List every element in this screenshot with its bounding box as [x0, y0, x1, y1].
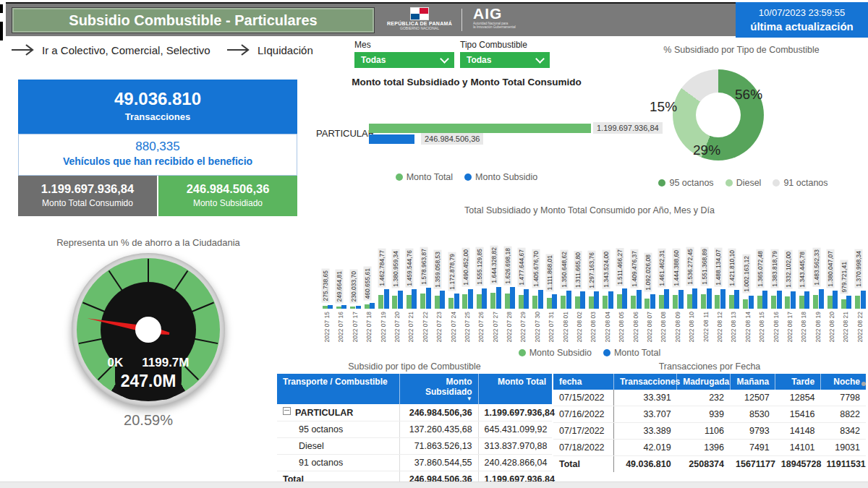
table1-row[interactable]: 91 octanos37.860.544,55240.428.866,04 — [277, 455, 552, 471]
daily-bar-column[interactable]: 1.488.134,072022 08 12 — [713, 219, 727, 347]
daily-bar-column[interactable]: 230.033,702022 07 17 — [349, 219, 362, 347]
table1-row[interactable]: Diesel71.863.526,13313.837.970,88 — [277, 438, 552, 455]
kpi-transacciones[interactable]: 49.036.810 Transacciones — [18, 80, 297, 134]
daily-bar-column[interactable]: 1.297.163,762022 08 03 — [587, 219, 600, 347]
table2-title: Transacciones por Fecha — [553, 361, 866, 372]
gauge-percent-label: 20.59% — [25, 412, 271, 429]
daily-bar-column[interactable]: 1.555.129,852022 07 26 — [475, 219, 488, 347]
daily-bar-column[interactable]: 1.350.648,622022 08 01 — [559, 219, 573, 347]
table1-row[interactable]: 95 octanos137.260.435,68645.431.099,92 — [277, 421, 552, 438]
table2-col-tarde[interactable]: Tarde — [775, 374, 821, 390]
daily-bar-column[interactable]: 1.644.328,822022 07 27 — [489, 219, 503, 347]
legend-monto-subsidio[interactable]: Monto Subsidio — [519, 348, 592, 358]
daily-bar-column[interactable]: 249.664,812022 07 16 — [334, 219, 348, 347]
legend-95-octanos[interactable]: 95 octanos — [658, 178, 713, 188]
daily-bar-column[interactable]: 1.405.676,702022 07 30 — [531, 219, 545, 347]
legend-91-octanos[interactable]: 91 octanos — [773, 178, 827, 188]
table2-col-fecha[interactable]: fecha — [553, 374, 613, 390]
monto-total-bar[interactable] — [369, 124, 591, 133]
daily-bar-column[interactable]: 1.409.476,372022 08 06 — [629, 219, 643, 347]
daily-bar-column[interactable]: 1.383.818,792022 08 16 — [770, 219, 783, 347]
slicer-tipo-dropdown[interactable]: Todas — [460, 52, 550, 68]
bar-value-label: 1.511.466,27 — [616, 248, 624, 286]
daily-bar-column[interactable]: 979.721,412022 08 21 — [839, 219, 853, 347]
monto-total-bar — [777, 291, 782, 309]
legend-monto-total[interactable]: Monto Total — [603, 348, 660, 358]
table1-col-transporte[interactable]: Transporte / Combustible — [277, 374, 399, 404]
monto-subsidio-bar — [729, 295, 734, 309]
kpi-monto-total-consumido[interactable]: 1.199.697.936,84 Monto Total Consumido — [18, 176, 157, 216]
slicer-mes-dropdown[interactable]: Todas — [354, 52, 454, 68]
daily-bar-column[interactable]: 1.359.058,532022 07 23 — [433, 219, 446, 347]
scrollbar-thumb[interactable] — [861, 382, 866, 386]
monto-subsidio-bar[interactable] — [369, 134, 414, 144]
table2-cell: 07/15/2022 — [553, 390, 613, 406]
table2-total-row[interactable]: Total49.036.8102508374156711771894572811… — [553, 456, 866, 473]
daily-bar-column[interactable]: 1.332.102,002022 08 17 — [783, 219, 797, 347]
daily-bar-column[interactable]: 1.511.466,272022 08 05 — [615, 219, 629, 347]
daily-bar-column[interactable]: 1.092.026,082022 08 07 — [643, 219, 657, 347]
table2-col-transacciones[interactable]: Transacciones — [613, 374, 676, 390]
table2-cell: 33.707 — [613, 406, 676, 423]
monto-total-bar — [664, 289, 669, 309]
monto-subsidio-bar — [448, 298, 454, 309]
table1-col-total[interactable]: Monto Total — [478, 374, 552, 404]
nav-link-liquidacion[interactable]: LIquidación — [226, 43, 313, 56]
x-axis-date-label: 2022 08 01 — [562, 312, 569, 343]
daily-bar-column[interactable]: 1.311.665,802022 08 02 — [573, 219, 587, 347]
daily-bar-column[interactable]: 1.343.445,782022 08 18 — [797, 219, 811, 347]
table2-row[interactable]: 07/18/202242.019139674911410119031 — [553, 440, 866, 456]
table1-title: Subsidio por tipo de Combustible — [277, 361, 552, 372]
daily-bar-column[interactable]: 460.655,612022 07 18 — [362, 219, 376, 347]
x-axis-date-label: 2022 07 15 — [323, 312, 331, 343]
table2-row[interactable]: 07/16/202233.7079398530154168822 — [553, 406, 866, 423]
legend-dot-icon — [658, 179, 665, 187]
table2-row[interactable]: 07/17/202233.38911069793141488342 — [553, 423, 866, 440]
monto-subsidio-bar — [813, 295, 818, 309]
daily-bar-column[interactable]: 1.490.452,002022 07 25 — [461, 219, 475, 347]
gauge-chart[interactable]: 0K 1199.7M 247.0M — [72, 253, 225, 406]
daily-bar-column[interactable]: 1.172.878,792022 07 24 — [447, 219, 461, 347]
daily-bar-column[interactable]: 1.421.810,102022 08 13 — [727, 219, 741, 347]
daily-bar-column[interactable]: 1.626.698,182022 07 28 — [503, 219, 516, 347]
daily-bar-column[interactable]: 1.370.998,342022 08 22 — [854, 219, 867, 347]
daily-bar-column[interactable]: 1.483.562,332022 08 19 — [812, 219, 825, 347]
table2-col-madrugada[interactable]: Madrugada — [677, 374, 730, 390]
daily-bar-column[interactable]: 1.551.368,892022 08 11 — [699, 219, 713, 347]
nav-link-colectivo[interactable]: Ir a Colectivo, Comercial, Selectivo — [10, 43, 210, 56]
nav-link-label: LIquidación — [258, 44, 313, 56]
daily-bar-column[interactable]: 1.365.072,482022 08 15 — [755, 219, 769, 347]
kpi-vehiculos[interactable]: 880,335 Vehículos que han recibido el be… — [18, 134, 297, 176]
kpi-vehiculos-value: 880,335 — [19, 140, 297, 154]
kpi-monto-subsidiado[interactable]: 246.984.506,36 Monto Subsidiado — [158, 176, 297, 216]
kpi-transacciones-label: Transacciones — [18, 111, 297, 122]
table2-col-manana[interactable]: Mañana — [730, 374, 775, 390]
bar-value-label: 1.365.072,48 — [757, 249, 765, 288]
bar-value-label: 249.664,81 — [336, 270, 344, 304]
daily-bar-column[interactable]: 1.461.462,312022 08 08 — [657, 219, 671, 347]
legend-monto-subsidio[interactable]: Monto Subsidio — [464, 172, 537, 182]
daily-bar-column[interactable]: 275.738,652022 07 15 — [320, 219, 334, 347]
table1-row[interactable]: PARTICULAR246.984.506,361.199.697.936,84 — [277, 404, 552, 421]
daily-bar-column[interactable]: 1.477.644,672022 07 29 — [516, 219, 530, 347]
daily-bar-column[interactable]: 1.111.868,012022 07 31 — [545, 219, 558, 347]
table2-row[interactable]: 07/15/202233.39123212507128547798 — [553, 390, 866, 406]
daily-bar-column[interactable]: 1.444.388,602022 08 09 — [671, 219, 685, 347]
daily-bar-column[interactable]: 1.578.963,872022 07 22 — [419, 219, 433, 347]
collapse-icon[interactable] — [283, 407, 291, 415]
page-title-text: Subsidio Combustible - Particulares — [69, 12, 317, 29]
daily-bar-column[interactable]: 1.002.163,122022 08 14 — [741, 219, 755, 347]
daily-bar-column[interactable]: 1.343.524,002022 08 04 — [601, 219, 615, 347]
table1-col-subsidiado[interactable]: Monto Subsidiado ▼ — [399, 374, 478, 404]
daily-bar-column[interactable]: 1.380.047,072022 08 20 — [825, 219, 839, 347]
legend-monto-total[interactable]: Monto Total — [396, 172, 453, 182]
daily-bar-column[interactable]: 1.380.959,342022 07 20 — [391, 219, 404, 347]
monto-total-bar — [524, 289, 529, 309]
table2-col-noche[interactable]: Noche — [821, 374, 866, 390]
daily-bar-column[interactable]: 1.462.784,772022 07 19 — [377, 219, 391, 347]
daily-bar-column[interactable]: 1.536.272,452022 08 10 — [685, 219, 699, 347]
bar-value-label: 1.405.676,70 — [532, 249, 540, 288]
legend-diesel[interactable]: Diesel — [726, 178, 762, 188]
table2-cell: 33.389 — [613, 423, 676, 440]
daily-bar-column[interactable]: 1.459.544,762022 07 21 — [404, 219, 418, 347]
